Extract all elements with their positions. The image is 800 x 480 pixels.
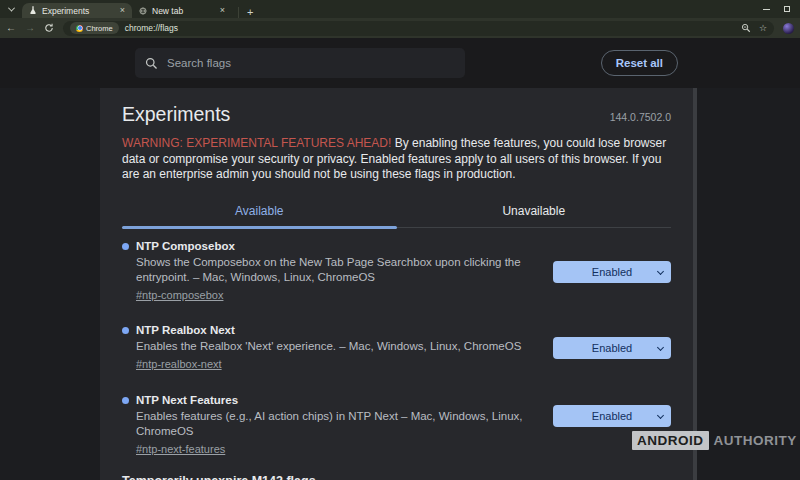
chevron-down-icon: [7, 4, 14, 11]
close-icon[interactable]: ×: [120, 6, 125, 15]
reset-all-button[interactable]: Reset all: [601, 50, 678, 76]
flags-search-header: Reset all: [0, 38, 800, 88]
search-box[interactable]: [135, 48, 465, 78]
flag-description: Enables the Realbox 'Next' experience. –…: [136, 339, 523, 354]
profile-avatar[interactable]: [783, 23, 794, 34]
maximize-icon[interactable]: [784, 6, 790, 12]
reload-icon[interactable]: [44, 23, 54, 33]
flags-content-card: Experiments 144.0.7502.0 WARNING: EXPERI…: [100, 88, 697, 480]
chrome-badge[interactable]: Chrome: [70, 22, 119, 34]
warning-highlight: WARNING: EXPERIMENTAL FEATURES AHEAD!: [122, 136, 391, 150]
close-icon[interactable]: ×: [220, 6, 225, 15]
bookmark-star-icon[interactable]: ☆: [759, 24, 767, 33]
flag-row-ntp-next-features: NTP Next Features Enables features (e.g.…: [122, 394, 671, 457]
tab-new-tab[interactable]: New tab ×: [132, 3, 232, 18]
tab-strip: Experiments × New tab × +: [0, 0, 800, 18]
search-input[interactable]: [167, 57, 455, 69]
browser-toolbar: ← → Chrome chrome://flags ☆: [0, 18, 800, 38]
flag-description: Shows the Composebox on the New Tab Page…: [136, 255, 523, 285]
flag-row-ntp-realbox-next: NTP Realbox Next Enables the Realbox 'Ne…: [122, 324, 671, 372]
dropdown-value: Enabled: [592, 342, 632, 354]
address-bar[interactable]: Chrome chrome://flags ☆: [63, 21, 774, 36]
chrome-version: 144.0.7502.0: [610, 111, 671, 123]
tab-label: Experiments: [42, 6, 89, 16]
flag-bullet-icon: [122, 243, 129, 250]
flag-row-ntp-composebox: NTP Composebox Shows the Composebox on t…: [122, 240, 671, 303]
warning-text: WARNING: EXPERIMENTAL FEATURES AHEAD! By…: [122, 136, 671, 183]
chrome-logo-icon: [76, 25, 83, 32]
watermark-authority: AUTHORITY: [714, 433, 797, 448]
chrome-badge-label: Chrome: [86, 24, 113, 33]
new-tab-button[interactable]: +: [238, 7, 253, 18]
flag-name: NTP Realbox Next: [136, 324, 523, 336]
chevron-down-icon: [657, 411, 664, 418]
tab-label: New tab: [152, 6, 183, 16]
availability-tabs: Available Unavailable: [122, 196, 671, 228]
flask-icon: [29, 6, 37, 15]
chevron-down-icon: [657, 343, 664, 350]
flag-bullet-icon: [122, 397, 129, 404]
dropdown-value: Enabled: [592, 410, 632, 422]
android-authority-watermark: ANDROID AUTHORITY: [632, 431, 797, 450]
minimize-icon[interactable]: [763, 9, 770, 10]
tab-available[interactable]: Available: [122, 196, 397, 227]
flag-bullet-icon: [122, 327, 129, 334]
chevron-down-icon: [657, 267, 664, 274]
forward-icon: →: [25, 23, 35, 33]
tab-unavailable[interactable]: Unavailable: [397, 196, 672, 227]
watermark-android: ANDROID: [632, 431, 709, 450]
flag-permalink[interactable]: #ntp-realbox-next: [136, 358, 222, 370]
url-text: chrome://flags: [125, 23, 178, 33]
flag-permalink[interactable]: #ntp-next-features: [136, 443, 225, 455]
tab-search-button[interactable]: [0, 0, 22, 18]
tab-experiments[interactable]: Experiments ×: [22, 3, 132, 18]
flag-permalink[interactable]: #ntp-composebox: [136, 289, 223, 301]
flag-value-dropdown[interactable]: Enabled: [553, 261, 671, 283]
active-tab-underline: [122, 226, 397, 229]
flag-value-dropdown[interactable]: Enabled: [553, 405, 671, 427]
window-controls: [763, 0, 800, 18]
flag-description: Enables features (e.g., AI action chips)…: [136, 409, 523, 439]
flag-name: NTP Composebox: [136, 240, 523, 252]
back-icon[interactable]: ←: [6, 23, 16, 33]
search-icon: [145, 57, 158, 70]
globe-icon: [139, 7, 147, 15]
dropdown-value: Enabled: [592, 266, 632, 278]
page-title: Experiments: [122, 103, 230, 126]
flags-page: Experiments 144.0.7502.0 WARNING: EXPERI…: [0, 88, 800, 480]
unexpire-section-title: Temporarily unexpire M142 flags: [122, 474, 671, 480]
flag-value-dropdown[interactable]: Enabled: [553, 337, 671, 359]
zoom-icon[interactable]: [741, 23, 751, 33]
flag-name: NTP Next Features: [136, 394, 523, 406]
